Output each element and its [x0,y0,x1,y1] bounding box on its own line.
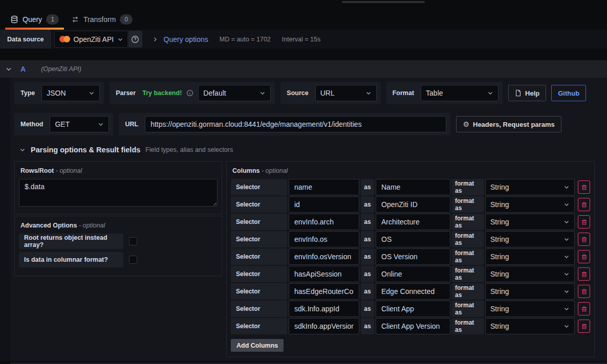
datasource-picker-value: OpenZiti API [74,35,114,43]
alias-input[interactable] [376,231,450,247]
editor-tabbar: Query 1 Transform 0 [0,9,139,30]
column-format-value: String [490,305,509,313]
source-select[interactable]: URL [315,85,377,101]
format-field: Format Table [386,82,503,104]
delete-column-button[interactable] [578,267,590,281]
alias-input[interactable] [376,248,450,265]
query-editor-screen: Query 1 Transform 0 Data source OpenZiti… [0,0,607,364]
column-format-select[interactable]: String [485,179,575,195]
github-button[interactable]: Github [551,85,586,101]
query-row-header[interactable]: A (OpenZiti API) [0,60,607,78]
format-as-label: format as [452,266,484,282]
alias-input[interactable] [376,196,450,213]
alias-input[interactable] [376,283,450,300]
datasource-bar: Data source OpenZiti API Query options M… [0,30,607,49]
column-format-select[interactable]: String [485,231,575,247]
format-select[interactable]: Table [421,85,498,101]
datasource-picker[interactable]: OpenZiti API [54,31,128,48]
delete-column-button[interactable] [578,180,590,194]
column-mapping-row: Selector as format as String [231,231,590,247]
alias-input[interactable] [376,214,450,230]
editor-buttons: Help Github [508,85,586,101]
url-label: URL [123,121,140,128]
tab-transform-label: Transform [83,15,116,24]
type-select[interactable]: JSON [41,85,100,101]
parser-select[interactable]: Default [198,85,271,101]
delete-column-button[interactable] [578,215,590,229]
root-returns-object-checkbox[interactable] [129,237,137,245]
query-options-link[interactable]: Query options [164,35,208,43]
column-format-select[interactable]: String [485,266,575,282]
alias-input[interactable] [376,318,450,334]
parsing-options-section-header[interactable]: Parsing options & Result fields Field ty… [19,146,595,154]
selector-input[interactable] [289,214,359,230]
delete-column-button[interactable] [578,233,590,246]
column-format-value: String [490,218,509,226]
as-label: as [361,179,374,195]
column-format-select[interactable]: String [485,318,575,334]
format-as-label: format as [452,301,484,317]
parser-label: Parser [114,89,138,97]
chevron-down-icon [563,288,570,294]
query-editor-body: Type JSON Parser Try backend! Defau [10,78,607,361]
selector-input[interactable] [289,283,359,300]
delete-column-button[interactable] [578,198,590,211]
column-mapping-row: Selector as format as String [231,266,590,282]
as-label: as [361,318,374,334]
selector-input[interactable] [289,301,359,317]
delete-column-button[interactable] [578,285,590,298]
selector-input[interactable] [289,196,359,213]
advanced-options-title: Advanced Options - optional [20,222,218,229]
try-backend-hint[interactable]: Try backend! [142,89,182,97]
chevron-down-icon [563,184,570,190]
chevron-down-icon [98,121,104,127]
datasource-help-button[interactable] [128,31,142,48]
query-ref-id: A [20,65,26,73]
type-parser-row: Type JSON Parser Try backend! Defau [14,82,595,104]
chevron-down-icon [563,271,570,277]
alias-input[interactable] [376,266,450,282]
column-format-select[interactable]: String [485,301,575,317]
chevron-right-icon [152,36,158,42]
openziti-logo-icon [59,36,70,42]
headers-request-params-button[interactable]: ⚙ Headers, Request params [456,116,561,132]
format-as-label: format as [452,214,484,230]
collapse-chevron-icon[interactable] [19,147,26,153]
collapse-chevron-icon[interactable] [5,65,12,73]
rows-root-input[interactable]: $.data [19,179,218,207]
selector-label: Selector [231,231,287,247]
selector-label: Selector [231,248,287,265]
pane-resize-handle[interactable] [342,1,425,3]
columns-title-text: Columns [232,167,259,174]
alias-input[interactable] [376,301,450,317]
method-select[interactable]: GET [50,116,109,132]
as-label: as [361,283,374,300]
delete-column-button[interactable] [578,302,590,315]
selector-input[interactable] [289,231,359,247]
chevron-down-icon [117,36,123,42]
help-button[interactable]: Help [508,85,546,101]
url-input[interactable] [145,116,446,132]
selector-input[interactable] [289,248,359,265]
columnar-format-checkbox[interactable] [129,256,137,264]
alias-input[interactable] [376,179,450,195]
add-columns-button[interactable]: Add Columns [231,339,284,352]
selector-input[interactable] [289,318,359,334]
column-format-select[interactable]: String [485,196,575,213]
selector-input[interactable] [289,179,359,195]
selector-input[interactable] [289,266,359,282]
chevron-down-icon [563,201,570,208]
source-label: Source [285,89,310,97]
tab-query[interactable]: Query 1 [4,9,65,30]
transform-icon [71,15,79,24]
column-format-select[interactable]: String [485,214,575,230]
as-label: as [361,248,374,265]
tab-transform[interactable]: Transform 0 [65,9,139,30]
delete-column-button[interactable] [578,250,590,263]
chevron-down-icon [89,90,95,96]
format-as-label: format as [452,248,484,265]
delete-column-button[interactable] [578,320,590,333]
column-format-select[interactable]: String [485,283,575,300]
as-label: as [361,266,374,282]
column-format-select[interactable]: String [485,248,575,265]
